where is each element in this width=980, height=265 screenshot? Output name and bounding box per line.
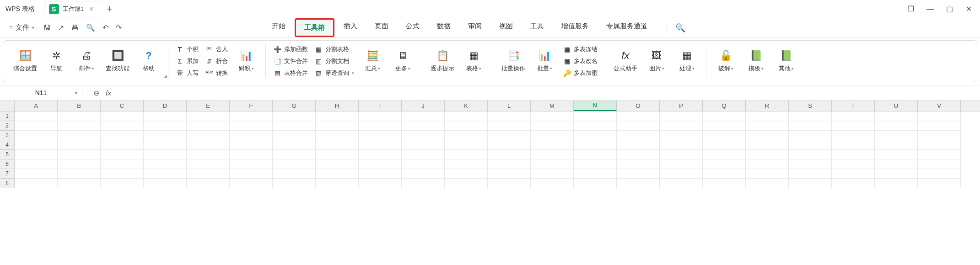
cell[interactable] xyxy=(703,150,746,159)
cell[interactable] xyxy=(359,169,402,179)
summary-button[interactable]: 🧮汇总▾ xyxy=(360,48,385,74)
cell[interactable] xyxy=(15,140,58,150)
print-preview-icon[interactable]: 🔍 xyxy=(83,21,98,34)
cell[interactable] xyxy=(488,121,531,131)
cell[interactable] xyxy=(15,150,58,159)
multi-table-encrypt-button[interactable]: 🔑多表加密 xyxy=(562,68,598,78)
cell[interactable] xyxy=(531,179,574,188)
column-header[interactable]: V xyxy=(918,101,961,111)
cell[interactable] xyxy=(746,179,789,188)
cell[interactable] xyxy=(101,159,144,169)
column-header[interactable]: A xyxy=(15,101,58,111)
cell[interactable] xyxy=(746,159,789,169)
row-header[interactable]: 2 xyxy=(0,121,14,131)
menu-tab-0[interactable]: 开始 xyxy=(264,18,294,37)
cell[interactable] xyxy=(15,169,58,179)
cell[interactable] xyxy=(359,150,402,159)
export-icon[interactable]: ↗ xyxy=(55,21,67,34)
cell[interactable] xyxy=(230,140,273,150)
cell[interactable] xyxy=(488,111,531,121)
column-header[interactable]: P xyxy=(660,101,703,111)
cell[interactable] xyxy=(273,179,316,188)
crack-button[interactable]: 🔓破解▾ xyxy=(713,48,738,74)
cell[interactable] xyxy=(617,169,660,179)
menu-tab-2[interactable]: 插入 xyxy=(335,18,366,37)
cell[interactable] xyxy=(230,111,273,121)
cell[interactable] xyxy=(402,111,445,121)
cell[interactable] xyxy=(359,159,402,169)
cell[interactable] xyxy=(144,121,187,131)
cell[interactable] xyxy=(488,150,531,159)
cell[interactable] xyxy=(144,159,187,169)
row-header[interactable]: 6 xyxy=(0,159,14,169)
column-header[interactable]: F xyxy=(230,101,273,111)
fold-convert-button[interactable]: ⇵折合 xyxy=(204,56,229,66)
cell[interactable] xyxy=(488,179,531,188)
cell[interactable] xyxy=(660,121,703,131)
cell[interactable] xyxy=(703,140,746,150)
cell[interactable] xyxy=(445,179,488,188)
cell[interactable] xyxy=(703,179,746,188)
cell[interactable] xyxy=(144,179,187,188)
cell[interactable] xyxy=(402,131,445,140)
cell[interactable] xyxy=(445,169,488,179)
cell[interactable] xyxy=(617,121,660,131)
column-header[interactable]: G xyxy=(273,101,316,111)
cell[interactable] xyxy=(316,131,359,140)
column-header[interactable]: T xyxy=(832,101,875,111)
cell[interactable] xyxy=(58,121,101,131)
cell[interactable] xyxy=(660,131,703,140)
cell[interactable] xyxy=(574,140,617,150)
formula-helper-button[interactable]: fx公式助手 xyxy=(612,48,639,74)
cell[interactable] xyxy=(531,140,574,150)
cell[interactable] xyxy=(789,179,832,188)
cell[interactable] xyxy=(15,131,58,140)
menu-tab-10[interactable]: 专属服务通道 xyxy=(598,18,656,37)
cell[interactable] xyxy=(273,121,316,131)
cell[interactable] xyxy=(230,159,273,169)
cell[interactable] xyxy=(101,179,144,188)
cell[interactable] xyxy=(187,140,230,150)
cell[interactable] xyxy=(746,150,789,159)
sum-accumulate-button[interactable]: Σ累加 xyxy=(175,56,199,66)
batch-operation-button[interactable]: 📑批量操作 xyxy=(500,48,527,74)
row-header[interactable]: 3 xyxy=(0,131,14,140)
group-launcher-icon[interactable]: ◢ xyxy=(164,74,167,78)
menu-tab-5[interactable]: 数据 xyxy=(429,18,459,37)
cell[interactable] xyxy=(445,121,488,131)
cell[interactable] xyxy=(875,111,918,121)
row-header[interactable]: 8 xyxy=(0,179,14,188)
cell[interactable] xyxy=(531,159,574,169)
column-header[interactable]: O xyxy=(617,101,660,111)
cell[interactable] xyxy=(359,140,402,150)
cell[interactable] xyxy=(402,179,445,188)
cell[interactable] xyxy=(531,169,574,179)
cell[interactable] xyxy=(703,159,746,169)
cell[interactable] xyxy=(660,111,703,121)
cell[interactable] xyxy=(402,159,445,169)
close-window-icon[interactable]: ✕ xyxy=(964,5,973,13)
cell[interactable] xyxy=(617,111,660,121)
cell[interactable] xyxy=(316,159,359,169)
search-icon[interactable]: 🔍 xyxy=(667,23,685,33)
cell[interactable] xyxy=(187,111,230,121)
cell[interactable] xyxy=(144,111,187,121)
cell[interactable] xyxy=(230,169,273,179)
pivot-query-button[interactable]: ▧穿透查询▾ xyxy=(313,68,355,78)
cell[interactable] xyxy=(875,159,918,169)
cell[interactable] xyxy=(15,111,58,121)
cell[interactable] xyxy=(574,150,617,159)
cell[interactable] xyxy=(703,111,746,121)
cell[interactable] xyxy=(445,131,488,140)
cell[interactable] xyxy=(918,121,961,131)
cell[interactable] xyxy=(187,179,230,188)
cell[interactable] xyxy=(660,140,703,150)
cell[interactable] xyxy=(359,179,402,188)
capitalize-button[interactable]: 壹大写 xyxy=(175,68,199,78)
cell[interactable] xyxy=(402,121,445,131)
table-merge-button[interactable]: ▤表格合并 xyxy=(272,68,309,78)
cell[interactable] xyxy=(445,140,488,150)
cell[interactable] xyxy=(273,131,316,140)
cell[interactable] xyxy=(574,131,617,140)
cell[interactable] xyxy=(660,169,703,179)
